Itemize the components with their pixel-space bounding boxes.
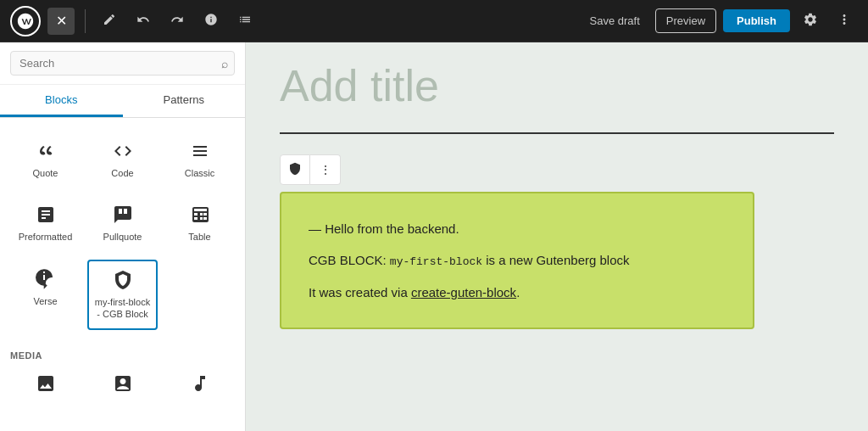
sidebar-tabs: Blocks Patterns: [0, 85, 245, 118]
block-toolbar: ⋮: [280, 154, 834, 185]
block-label-classic: Classic: [185, 167, 214, 179]
preview-button[interactable]: Preview: [655, 8, 716, 33]
verse-icon: [36, 269, 56, 292]
redo-button[interactable]: [164, 8, 191, 35]
block-line1: — Hello from the backend.: [309, 217, 726, 240]
editor-divider: [280, 132, 834, 134]
block-item-cgb[interactable]: my-first-block- CGB Block: [87, 260, 158, 331]
top-toolbar: ✕ Save draft Preview Publish: [0, 0, 868, 42]
list-view-button[interactable]: [231, 8, 259, 35]
block-type-button[interactable]: [280, 154, 310, 185]
block-item-code[interactable]: Code: [87, 132, 158, 188]
block-line2: CGB BLOCK: my-first-block is a new Guten…: [309, 249, 726, 271]
pen-button[interactable]: [96, 8, 123, 35]
toolbar-right: Save draft Preview Publish: [581, 8, 858, 35]
media-section-label: MEDIA: [0, 344, 245, 364]
editor-title[interactable]: Add title: [280, 59, 834, 112]
undo-button[interactable]: [130, 8, 157, 35]
media-item-1[interactable]: [10, 364, 81, 409]
close-button[interactable]: ✕: [47, 8, 75, 35]
block-label-quote: Quote: [33, 167, 58, 179]
wp-logo[interactable]: [10, 6, 41, 36]
sidebar: ⌕ Blocks Patterns Quote Code: [0, 42, 246, 431]
tab-patterns[interactable]: Patterns: [123, 85, 246, 117]
preformatted-icon: [36, 204, 56, 227]
media-item-3[interactable]: [164, 364, 235, 409]
search-wrap: ⌕: [10, 51, 235, 76]
create-guten-block-link[interactable]: create-guten-block: [411, 285, 516, 299]
publish-button[interactable]: Publish: [723, 9, 790, 32]
block-dots-icon: ⋮: [320, 163, 331, 176]
list-view-icon: [238, 13, 252, 30]
more-options-button[interactable]: [831, 8, 858, 35]
custom-block: — Hello from the backend. CGB BLOCK: my-…: [280, 192, 754, 328]
info-button[interactable]: [198, 8, 225, 35]
block-item-pullquote[interactable]: Pullquote: [87, 195, 158, 252]
undo-icon: [136, 13, 150, 30]
main-area: ⌕ Blocks Patterns Quote Code: [0, 42, 868, 431]
block-item-preformatted[interactable]: Preformatted: [10, 195, 81, 252]
toolbar-divider: [85, 9, 86, 33]
table-icon: [190, 204, 210, 227]
block-item-quote[interactable]: Quote: [10, 132, 81, 188]
tab-blocks[interactable]: Blocks: [0, 85, 123, 117]
block-item-classic[interactable]: Classic: [164, 132, 235, 188]
quote-icon: [36, 141, 56, 164]
block-options-button[interactable]: ⋮: [310, 154, 341, 185]
block-line3: It was created via create-guten-block.: [309, 281, 726, 304]
block-label-preformatted: Preformatted: [19, 231, 73, 243]
settings-button[interactable]: [797, 8, 824, 35]
block-item-table[interactable]: Table: [164, 195, 235, 252]
block-label-table: Table: [188, 231, 210, 243]
block-label-code: Code: [111, 167, 133, 179]
blocks-grid: Quote Code Classic Pref: [0, 118, 245, 344]
gear-icon: [803, 12, 818, 31]
info-icon: [204, 13, 218, 30]
shield-icon: [288, 162, 302, 178]
media-icon-1: [36, 373, 56, 396]
media-grid: [0, 364, 245, 423]
classic-icon: [190, 141, 210, 164]
block-label-verse: Verse: [33, 295, 57, 307]
block-label-cgb: my-first-block- CGB Block: [95, 296, 150, 321]
block-label-pullquote: Pullquote: [103, 231, 142, 243]
pen-icon: [103, 13, 116, 30]
media-icon-2: [113, 373, 133, 396]
search-input[interactable]: [10, 51, 235, 76]
redo-icon: [170, 13, 184, 30]
close-icon: ✕: [56, 13, 67, 29]
media-item-2[interactable]: [87, 364, 158, 409]
sidebar-search-container: ⌕: [0, 42, 245, 85]
editor-area[interactable]: Add title ⋮ — Hello from the backend. CG…: [246, 42, 868, 431]
pullquote-icon: [113, 204, 133, 227]
save-draft-button[interactable]: Save draft: [581, 9, 648, 32]
code-icon: [113, 141, 133, 164]
block-item-verse[interactable]: Verse: [10, 260, 81, 331]
media-icon-3: [190, 373, 210, 396]
more-options-icon: [837, 12, 852, 31]
cgb-icon: [113, 270, 133, 293]
